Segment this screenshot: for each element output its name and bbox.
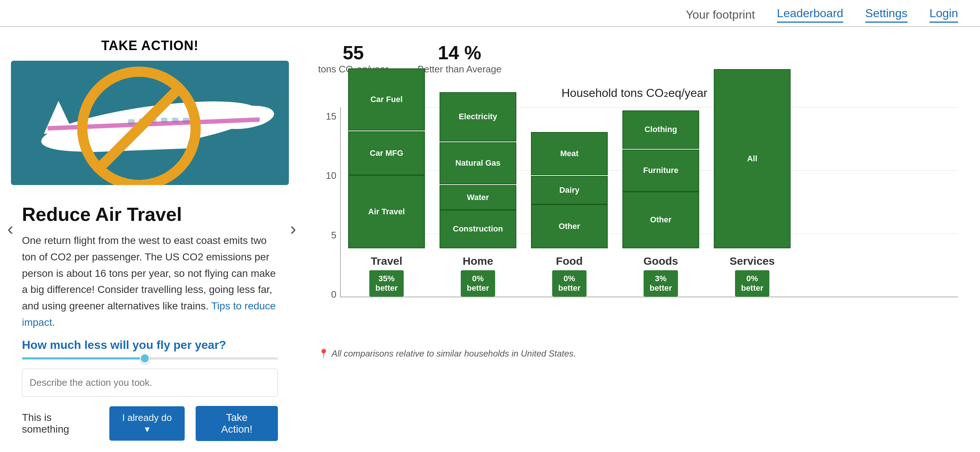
y-label-0: 0 [315,289,336,300]
bar-segment-clothing: Clothing [622,110,699,149]
bar-stack-food: Other Dairy Meat [531,131,608,248]
better-badge-services: 0%better [735,270,769,297]
right-panel: 55 tons CO₂eq/year 14 % Better than Aver… [311,38,958,448]
better-badge-goods: 3%better [644,270,678,297]
bar-label-goods: Goods [644,255,678,267]
slider-thumb[interactable] [140,353,150,363]
next-arrow-button[interactable]: › [290,218,296,239]
stat-percent: 14 % Better than Average [418,42,501,75]
i-already-do-button[interactable]: I already do ▾ [109,406,185,441]
plane-image [11,61,289,185]
main-content: TAKE ACTION! [0,27,980,452]
bar-group-travel: Air Travel Car MFG Car Fuel Travel 35%be… [348,68,425,297]
y-axis: 15 10 5 0 [311,107,336,297]
chart-area: Air Travel Car MFG Car Fuel Travel 35%be… [340,107,958,297]
plane-illustration [11,61,289,185]
better-badge-food: 0%better [552,270,586,297]
bar-segment-goods-other: Other [622,192,699,248]
bar-group-goods: Other Furniture Clothing Goods 3%better [622,110,699,297]
nav-settings[interactable]: Settings [865,6,908,23]
bar-label-home: Home [463,255,493,267]
bar-segment-all: All [714,69,791,248]
bar-segment-air-travel: Air Travel [348,175,425,248]
bar-segment-water: Water [439,185,516,210]
stat-percent-label: Better than Average [418,64,501,75]
bar-segment-natural-gas: Natural Gas [439,142,516,184]
bar-label-food: Food [556,255,582,267]
nav-leaderboard[interactable]: Leaderboard [777,6,843,23]
bar-segment-food-other: Other [531,204,608,248]
better-badge-travel: 35%better [369,270,403,297]
slider-fill [22,357,145,360]
take-action-button[interactable]: Take Action! [196,406,278,441]
bar-stack-travel: Air Travel Car MFG Car Fuel [348,68,425,248]
action-description: One return flight from the west to east … [22,232,278,331]
better-badge-home: 0%better [461,270,495,297]
bar-segment-electricity: Electricity [439,92,516,142]
bar-stack-goods: Other Furniture Clothing [622,110,699,248]
bar-segment-dairy: Dairy [531,176,608,204]
slider-track[interactable] [22,357,278,360]
bar-segment-car-mfg: Car MFG [348,131,425,175]
chart-container: 15 10 5 0 Air Travel [311,107,958,341]
pin-icon: 📍 [318,349,329,358]
stat-percent-number: 14 % [418,42,501,64]
bar-stack-services: All [714,69,791,248]
action-question: How much less will you fly per year? [22,338,278,352]
nav-login[interactable]: Login [929,6,958,23]
action-card: ‹ › Reduce Air Travel One return flight … [11,196,289,448]
bar-segment-furniture: Furniture [622,150,699,192]
prev-arrow-button[interactable]: ‹ [7,218,14,239]
take-action-title: TAKE ACTION! [11,38,289,53]
slider-container[interactable] [22,357,278,360]
nav-your-footprint[interactable]: Your footprint [686,8,755,22]
bar-group-home: Construction Water Natural Gas Electrici… [439,91,516,297]
top-navigation: Your footprint Leaderboard Settings Logi… [0,0,980,27]
bar-stack-home: Construction Water Natural Gas Electrici… [439,91,516,248]
bar-label-travel: Travel [371,255,402,267]
bar-group-food: Other Dairy Meat Food 0%better [531,131,608,297]
bar-segment-construction: Construction [439,210,516,248]
action-footer: This is something I already do ▾ Take Ac… [22,406,278,441]
this-is-something-label: This is something [22,412,99,435]
y-label-15: 15 [315,111,336,122]
left-panel: TAKE ACTION! [11,38,289,448]
y-label-5: 5 [315,230,336,241]
comparison-note: 📍 All comparisons relative to similar ho… [311,349,958,359]
bar-segment-car-fuel: Car Fuel [348,68,425,131]
describe-input[interactable] [22,369,278,397]
bar-label-services: Services [730,255,775,267]
bar-segment-meat: Meat [531,132,608,175]
bar-group-services: All Services 0%better [714,69,791,297]
action-title: Reduce Air Travel [22,203,278,225]
stat-tons-number: 55 [318,42,388,64]
y-label-10: 10 [315,170,336,181]
